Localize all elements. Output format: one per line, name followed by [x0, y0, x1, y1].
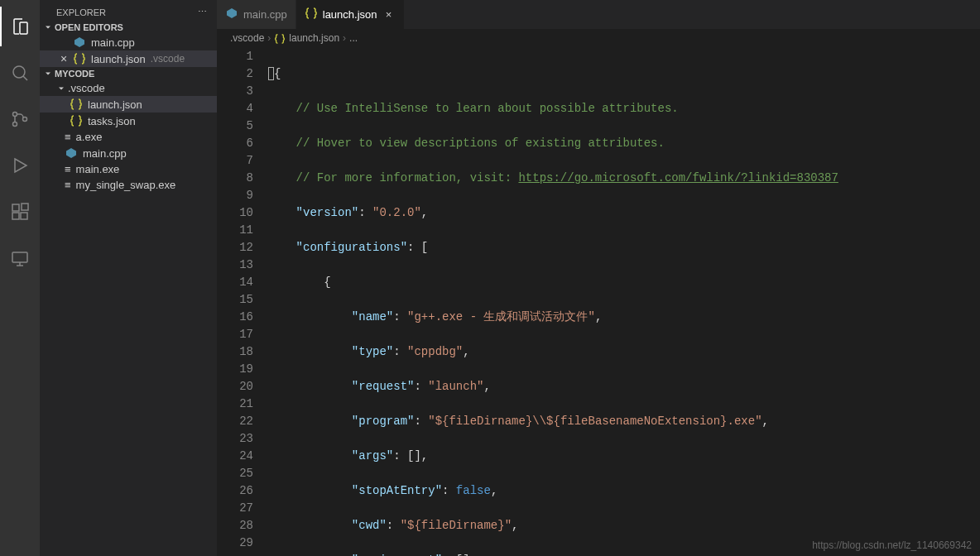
cpp-file-icon: [73, 36, 86, 49]
svg-point-2: [13, 122, 17, 127]
svg-rect-5: [12, 213, 19, 219]
open-editors-section[interactable]: OPEN EDITORS: [40, 21, 217, 34]
extensions-icon[interactable]: [0, 192, 40, 232]
chevron-right-icon: ›: [343, 32, 346, 44]
chevron-right-icon: ›: [267, 32, 271, 44]
file-item[interactable]: ≡ a.exe: [40, 129, 217, 145]
folder-vscode[interactable]: .vscode: [40, 80, 217, 96]
source-control-icon[interactable]: [0, 99, 40, 139]
exe-file-icon: ≡: [65, 131, 71, 143]
code-editor[interactable]: 12345 678910 1112131415 1617181920 21222…: [217, 48, 980, 556]
open-editor-item[interactable]: × launch.json .vscode: [40, 50, 217, 67]
open-editor-item[interactable]: main.cpp: [40, 34, 217, 50]
tabs-bar: main.cpp launch.json ×: [217, 0, 980, 29]
sidebar-header: EXPLORER ⋯: [40, 0, 217, 21]
explorer-sidebar: EXPLORER ⋯ OPEN EDITORS main.cpp × launc…: [40, 0, 217, 556]
more-actions-icon[interactable]: ⋯: [198, 7, 207, 17]
explorer-icon[interactable]: [0, 7, 40, 46]
svg-point-1: [13, 113, 17, 117]
watermark: https://blog.csdn.net/lz_1140669342: [812, 539, 972, 551]
svg-point-3: [23, 117, 27, 122]
cpp-file-icon: [225, 7, 238, 22]
json-file-icon: [70, 98, 83, 111]
svg-rect-8: [12, 252, 27, 262]
close-tab-icon[interactable]: ×: [382, 8, 396, 21]
activity-bar: [0, 0, 40, 556]
exe-file-icon: ≡: [65, 163, 71, 175]
remote-icon[interactable]: [0, 238, 40, 278]
run-debug-icon[interactable]: [0, 146, 40, 185]
json-file-icon: [70, 114, 83, 127]
editor-area: main.cpp launch.json × .vscode › launch.…: [217, 0, 980, 556]
search-icon[interactable]: [0, 53, 40, 93]
json-file-icon: [305, 7, 318, 22]
exe-file-icon: ≡: [65, 179, 71, 191]
code-content[interactable]: { // Use IntelliSense to learn about pos…: [268, 48, 980, 556]
json-file-icon: [274, 32, 286, 45]
file-item[interactable]: ≡ main.exe: [40, 161, 217, 177]
file-item[interactable]: main.cpp: [40, 145, 217, 161]
close-icon[interactable]: ×: [58, 52, 70, 65]
svg-rect-6: [21, 213, 27, 219]
breadcrumbs[interactable]: .vscode › launch.json › ...: [217, 29, 980, 48]
workspace-section[interactable]: MYCODE: [40, 67, 217, 80]
json-file-icon: [73, 52, 86, 65]
cpp-file-icon: [65, 146, 78, 160]
explorer-title: EXPLORER: [56, 7, 106, 17]
line-numbers: 12345 678910 1112131415 1617181920 21222…: [217, 48, 268, 556]
svg-rect-4: [12, 204, 19, 211]
tab-launch-json[interactable]: launch.json ×: [296, 0, 405, 29]
svg-rect-7: [22, 204, 28, 210]
file-item[interactable]: tasks.json: [40, 113, 217, 129]
tab-main-cpp[interactable]: main.cpp: [217, 0, 296, 29]
file-item[interactable]: launch.json: [40, 96, 217, 113]
file-item[interactable]: ≡ my_single_swap.exe: [40, 177, 217, 193]
svg-point-0: [13, 66, 25, 78]
